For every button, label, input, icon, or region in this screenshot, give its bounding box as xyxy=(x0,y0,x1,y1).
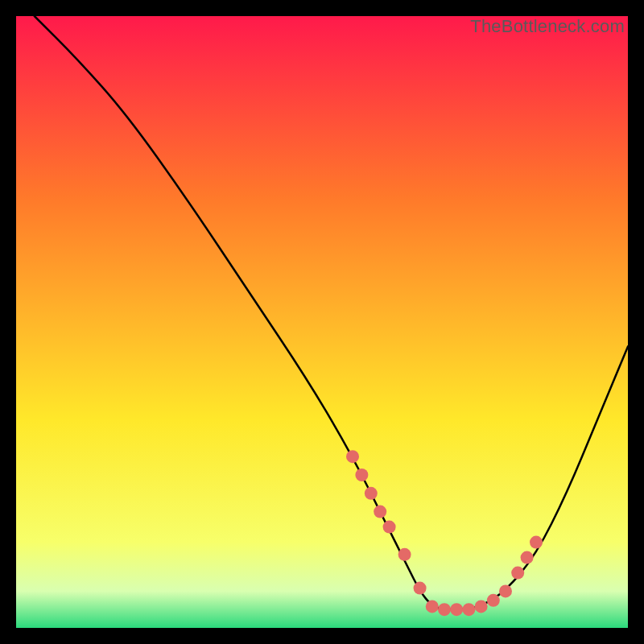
sample-dot xyxy=(475,600,488,613)
chart-frame: TheBottleneck.com xyxy=(16,16,628,628)
sample-dot xyxy=(521,551,534,564)
sample-dot xyxy=(487,594,500,607)
sample-dot xyxy=(450,603,463,616)
sample-dot xyxy=(414,582,427,595)
sample-dot xyxy=(426,600,439,613)
sample-dot xyxy=(438,603,451,616)
sample-dot xyxy=(355,469,368,481)
sample-dot xyxy=(398,548,411,561)
sample-dot xyxy=(511,567,524,580)
chart-svg xyxy=(16,16,628,628)
sample-dot xyxy=(462,603,475,616)
watermark-text: TheBottleneck.com xyxy=(470,16,625,37)
sample-dot xyxy=(383,521,396,534)
sample-dot xyxy=(374,506,386,518)
sample-dot xyxy=(346,450,359,463)
sample-dot xyxy=(530,536,543,549)
sample-dot xyxy=(499,584,512,597)
sample-dot xyxy=(365,487,378,500)
